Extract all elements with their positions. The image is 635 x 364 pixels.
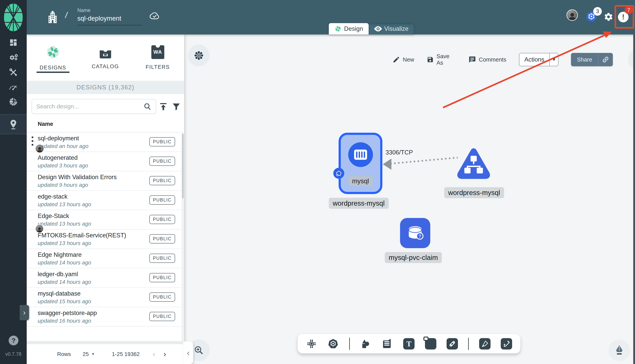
notification-center-button[interactable]: ! 7: [618, 12, 628, 22]
magnifier-plus-icon: [194, 345, 204, 356]
visibility-badge: PUBLIC: [149, 176, 175, 185]
design-spiral-icon: [334, 25, 342, 32]
panel-tab-catalog[interactable]: CATALOG: [79, 34, 131, 81]
person-silhouette-icon: [36, 146, 43, 152]
design-row[interactable]: FMTOK8S-Email-Service(REST) updated 13 h…: [27, 230, 182, 249]
node-pvc-label: mysql-pvc-claim: [385, 252, 442, 263]
settings-gear-icon[interactable]: [604, 12, 613, 22]
design-canvas[interactable]: New Save As Comments Actions ▼ Share: [184, 34, 633, 364]
kubernetes-tool-icon[interactable]: [327, 338, 339, 350]
eye-icon: [374, 26, 382, 32]
sidebar-item-dashboard[interactable]: [0, 35, 27, 50]
design-updated: updated 9 hours ago: [38, 182, 88, 188]
next-page-button[interactable]: ›: [163, 350, 166, 358]
note-tool-icon[interactable]: [425, 338, 436, 350]
tab-design[interactable]: Design: [329, 23, 369, 34]
row-menu-icon[interactable]: [31, 136, 34, 146]
sidebar-divider: [0, 134, 27, 134]
design-name: Design With Validation Errors: [38, 174, 117, 181]
node-pod-label: wordpress-mysql: [329, 198, 389, 209]
edge-port-label: 3306/TCP: [385, 149, 413, 156]
panel-collapse-handle[interactable]: ‹: [183, 342, 193, 364]
edge-layer: [184, 34, 633, 364]
sidebar-item-location[interactable]: [0, 117, 27, 132]
pod-badge: [333, 168, 344, 179]
design-updated: updated 14 hours ago: [38, 260, 91, 266]
text-tool-icon[interactable]: T: [403, 338, 414, 350]
panel-scrollbar[interactable]: [181, 132, 184, 341]
design-name: Autogenerated: [38, 154, 78, 161]
tab-design-label: Design: [344, 25, 363, 32]
app-version: v0.7.78: [0, 351, 27, 357]
breadcrumb-separator: /: [65, 10, 68, 20]
scrollbar-thumb[interactable]: [182, 134, 184, 198]
tab-visualize[interactable]: Visualize: [369, 23, 414, 34]
comment-tool-icon[interactable]: [382, 338, 393, 350]
designs-tab-icon: [46, 45, 61, 60]
sidebar-item-lifecycle[interactable]: [0, 50, 27, 65]
dashboard-icon: [9, 38, 18, 47]
canvas-toolbar: T: [298, 334, 520, 354]
design-name: mysql-database: [38, 290, 81, 297]
design-row[interactable]: Design With Validation Errors updated 9 …: [27, 171, 182, 191]
design-name: sql-deployment: [38, 135, 79, 142]
arrow-pen-tool-icon[interactable]: [479, 338, 491, 350]
meshery-logo[interactable]: [3, 3, 24, 32]
design-row[interactable]: sql-deployment updated an hour ago PUBLI…: [27, 132, 182, 152]
design-pen-button[interactable]: [608, 340, 630, 361]
design-row[interactable]: Edge Nightmare updated 14 hours ago PUBL…: [27, 249, 182, 268]
rows-per-page-value: 25: [83, 351, 89, 357]
design-row[interactable]: ledger-db.yaml updated 14 hours ago PUBL…: [27, 268, 182, 288]
sidebar-item-extensions[interactable]: [0, 94, 27, 110]
design-name: swagger-petstore-app: [38, 310, 97, 316]
design-search-input[interactable]: [36, 103, 143, 110]
design-row[interactable]: Edge-Stack updated 13 hours ago PUBLIC: [27, 210, 182, 230]
design-row[interactable]: mysql-database updated 15 hours ago PUBL…: [27, 288, 182, 307]
sidebar-expand-handle[interactable]: ›: [20, 305, 29, 320]
person-silhouette-icon: [36, 227, 43, 232]
visibility-badge: PUBLIC: [149, 196, 175, 205]
link-tool-icon[interactable]: [447, 338, 458, 350]
design-owner-avatar: [35, 225, 44, 233]
design-updated: updated 15 hours ago: [38, 298, 91, 304]
location-pin-icon: [9, 119, 18, 130]
window-edge-strip: [633, 34, 635, 364]
node-pod-mysql[interactable]: mysql: [339, 133, 382, 194]
organization-icon[interactable]: [48, 11, 58, 23]
filter-funnel-icon[interactable]: [171, 102, 181, 111]
edge-3306-tcp[interactable]: [390, 158, 458, 164]
freehand-draw-tool-icon[interactable]: [501, 338, 512, 350]
shapes-tool-icon[interactable]: [360, 338, 371, 350]
design-name: ledger-db.yaml: [38, 271, 78, 278]
pagination-bar: Rows 25 ▼ 1-25 19362 ‹ ›: [27, 344, 184, 364]
help-button[interactable]: ?: [9, 336, 19, 346]
divider: [27, 341, 184, 344]
visibility-badge: PUBLIC: [149, 254, 175, 263]
rows-per-page-select[interactable]: 25 ▼: [83, 351, 95, 357]
panel-tab-designs[interactable]: DESIGNS: [27, 34, 79, 81]
sidebar-item-configuration[interactable]: [0, 65, 27, 80]
design-row[interactable]: Autogenerated updated 3 hours ago PUBLIC: [27, 152, 182, 171]
user-avatar[interactable]: [566, 10, 578, 21]
panel-tab-designs-label: DESIGNS: [40, 65, 66, 71]
components-circuit-icon[interactable]: [306, 338, 317, 350]
design-name-input[interactable]: sql-deployment: [77, 15, 142, 22]
panel-tab-filters[interactable]: WA FILTERS: [131, 34, 184, 81]
kubernetes-context-chip[interactable]: 3: [586, 11, 597, 22]
panel-tab-catalog-label: CATALOG: [92, 64, 119, 70]
tools-icon: [9, 68, 18, 77]
search-icon[interactable]: [143, 102, 152, 111]
design-row[interactable]: edge-stack updated 13 hours ago PUBLIC: [27, 191, 182, 210]
sidebar-item-performance[interactable]: [0, 79, 27, 94]
node-service-wordpress-mysql[interactable]: [456, 144, 491, 183]
select-caret-icon: ▼: [91, 352, 95, 356]
pvc-question-badge: ?: [418, 234, 421, 238]
design-updated: updated an hour ago: [38, 143, 88, 149]
import-design-icon[interactable]: [159, 102, 168, 111]
design-owner-avatar: [35, 144, 44, 153]
node-pvc-mysql-pvc-claim[interactable]: ?: [400, 218, 430, 248]
design-row[interactable]: swagger-petstore-app updated 16 hours ag…: [27, 307, 182, 326]
view-mode-tabs: Design Visualize: [329, 23, 414, 34]
prev-page-button[interactable]: ‹: [153, 350, 155, 358]
designs-section-header: DESIGNS (19,362): [27, 81, 184, 94]
